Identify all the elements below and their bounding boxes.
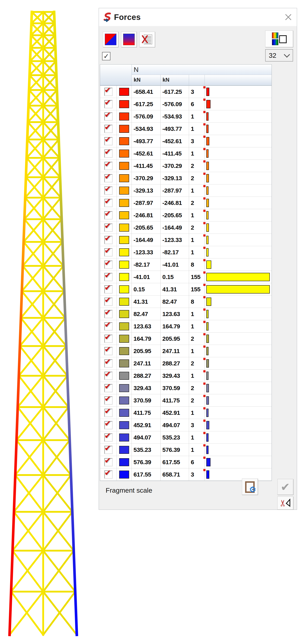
row-visibility-cell[interactable]: ✔ — [100, 456, 117, 468]
row-color-cell[interactable] — [117, 197, 132, 209]
row-checkbox[interactable]: ✔ — [104, 409, 112, 417]
row-color-cell[interactable] — [117, 419, 132, 431]
row-checkbox[interactable]: ✔ — [104, 224, 112, 232]
gradient-display-button[interactable] — [121, 32, 137, 47]
row-visibility-cell[interactable]: ✔ — [100, 209, 117, 221]
row-color-cell[interactable] — [117, 135, 132, 147]
row-checkbox[interactable]: ✔ — [104, 211, 112, 219]
row-checkbox[interactable]: ✔ — [104, 186, 112, 194]
row-visibility-cell[interactable]: ✔ — [100, 86, 117, 98]
row-color-cell[interactable] — [117, 345, 132, 357]
row-color-cell[interactable] — [117, 123, 132, 135]
scale-settings-button[interactable]: ⚙ — [242, 478, 258, 495]
row-color-cell[interactable] — [117, 296, 132, 308]
row-visibility-cell[interactable]: ✔ — [100, 332, 117, 345]
row-color-cell[interactable] — [117, 86, 132, 98]
row-checkbox[interactable]: ✔ — [104, 248, 112, 256]
row-checkbox[interactable]: ✔ — [104, 174, 112, 182]
row-visibility-cell[interactable]: ✔ — [100, 357, 117, 370]
row-visibility-cell[interactable]: ✔ — [100, 258, 117, 270]
row-color-cell[interactable] — [117, 456, 132, 468]
row-visibility-cell[interactable]: ✔ — [100, 135, 117, 147]
row-checkbox[interactable]: ✔ — [104, 360, 112, 368]
row-visibility-cell[interactable]: ✔ — [100, 382, 117, 394]
row-checkbox[interactable]: ✔ — [104, 88, 112, 96]
row-visibility-cell[interactable]: ✔ — [100, 197, 117, 209]
row-visibility-cell[interactable]: ✔ — [100, 320, 117, 332]
row-checkbox[interactable]: ✔ — [104, 396, 112, 404]
row-checkbox[interactable]: ✔ — [104, 458, 112, 466]
palette-settings-button[interactable] — [265, 30, 293, 47]
remove-scale-button[interactable] — [139, 32, 155, 47]
row-color-cell[interactable] — [117, 283, 132, 295]
row-checkbox[interactable]: ✔ — [104, 372, 112, 380]
row-visibility-cell[interactable]: ✔ — [100, 271, 117, 283]
row-checkbox[interactable]: ✔ — [104, 470, 112, 478]
row-visibility-cell[interactable]: ✔ — [100, 160, 117, 172]
dialog-titlebar[interactable]: Forces — [99, 8, 297, 26]
row-visibility-cell[interactable]: ✔ — [100, 184, 117, 196]
row-visibility-cell[interactable]: ✔ — [100, 172, 117, 184]
row-visibility-cell[interactable]: ✔ — [100, 147, 117, 160]
band-count-dropdown[interactable]: 32 — [265, 49, 293, 62]
row-color-cell[interactable] — [117, 382, 132, 394]
row-visibility-cell[interactable]: ✔ — [100, 308, 117, 320]
row-color-cell[interactable] — [117, 320, 132, 332]
row-color-cell[interactable] — [117, 357, 132, 370]
row-checkbox[interactable]: ✔ — [104, 335, 112, 343]
row-checkbox[interactable]: ✔ — [104, 298, 112, 306]
row-checkbox[interactable]: ✔ — [104, 162, 112, 170]
row-color-cell[interactable] — [117, 394, 132, 406]
row-color-cell[interactable] — [117, 246, 132, 258]
row-visibility-cell[interactable]: ✔ — [100, 283, 117, 295]
row-checkbox[interactable]: ✔ — [104, 125, 112, 133]
row-color-cell[interactable] — [117, 147, 132, 160]
row-color-cell[interactable] — [117, 271, 132, 283]
row-checkbox[interactable]: ✔ — [104, 137, 112, 145]
row-color-cell[interactable] — [117, 431, 132, 444]
row-visibility-cell[interactable]: ✔ — [100, 296, 117, 308]
row-checkbox[interactable]: ✔ — [104, 273, 112, 281]
row-checkbox[interactable]: ✔ — [104, 446, 112, 454]
row-visibility-cell[interactable]: ✔ — [100, 419, 117, 431]
row-color-cell[interactable] — [117, 184, 132, 196]
row-checkbox[interactable]: ✔ — [104, 199, 112, 207]
row-checkbox[interactable]: ✔ — [104, 421, 112, 429]
row-checkbox[interactable]: ✔ — [104, 236, 112, 244]
two-color-display-button[interactable] — [103, 32, 118, 47]
row-checkbox[interactable]: ✔ — [104, 150, 112, 158]
row-visibility-cell[interactable]: ✔ — [100, 345, 117, 357]
row-visibility-cell[interactable]: ✔ — [100, 444, 117, 456]
row-visibility-cell[interactable]: ✔ — [100, 110, 117, 122]
fragment-cut-button[interactable]: ✂ — [277, 496, 293, 510]
row-checkbox[interactable]: ✔ — [104, 434, 112, 442]
row-color-cell[interactable] — [117, 258, 132, 270]
row-visibility-cell[interactable]: ✔ — [100, 98, 117, 110]
row-checkbox[interactable]: ✔ — [104, 285, 112, 293]
row-color-cell[interactable] — [117, 222, 132, 234]
row-color-cell[interactable] — [117, 209, 132, 221]
row-visibility-cell[interactable]: ✔ — [100, 407, 117, 419]
row-checkbox[interactable]: ✔ — [104, 310, 112, 318]
row-color-cell[interactable] — [117, 444, 132, 456]
row-color-cell[interactable] — [117, 98, 132, 110]
row-color-cell[interactable] — [117, 308, 132, 320]
close-button[interactable] — [284, 12, 293, 22]
row-checkbox[interactable]: ✔ — [104, 322, 112, 330]
row-color-cell[interactable] — [117, 468, 132, 480]
row-color-cell[interactable] — [117, 110, 132, 122]
row-color-cell[interactable] — [117, 370, 132, 382]
row-visibility-cell[interactable]: ✔ — [100, 370, 117, 382]
row-visibility-cell[interactable]: ✔ — [100, 234, 117, 246]
row-visibility-cell[interactable]: ✔ — [100, 222, 117, 234]
row-checkbox[interactable]: ✔ — [104, 112, 112, 120]
row-visibility-cell[interactable]: ✔ — [100, 246, 117, 258]
show-legend-checkbox[interactable]: ✓ — [102, 52, 110, 60]
row-visibility-cell[interactable]: ✔ — [100, 468, 117, 480]
header-group-row[interactable]: N — [132, 64, 272, 75]
row-checkbox[interactable]: ✔ — [104, 261, 112, 269]
row-visibility-cell[interactable]: ✔ — [100, 431, 117, 444]
row-color-cell[interactable] — [117, 172, 132, 184]
apply-button[interactable]: ✔ — [277, 479, 293, 495]
row-color-cell[interactable] — [117, 407, 132, 419]
